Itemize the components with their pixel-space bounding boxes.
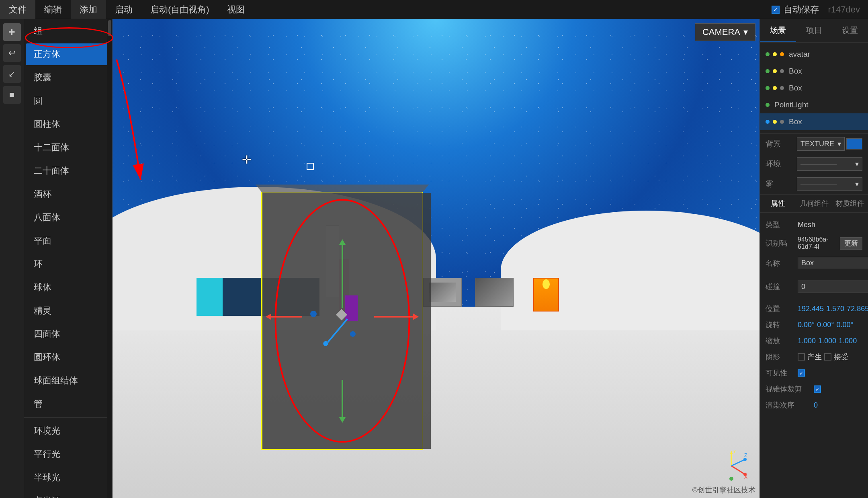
env-row: 环境 ————— ▾ xyxy=(760,154,868,174)
add-object-button[interactable]: + xyxy=(3,23,21,41)
box-right-face xyxy=(422,193,431,449)
visible-row: 可见性 xyxy=(760,365,868,381)
scene-item-avatar[interactable]: avatar xyxy=(760,46,868,63)
attr-tab-properties[interactable]: 属性 xyxy=(760,195,796,212)
shadow-produce-checkbox[interactable] xyxy=(798,353,805,361)
autosave-label: 自动保存 xyxy=(784,4,819,16)
add-dropdown-menu: 组 正方体 胶囊 圆 圆柱体 十二面体 二十面体 酒杯 八面体 平面 环 球体 … xyxy=(24,19,113,498)
scale-coords: 1.000 1.000 1.000 xyxy=(798,337,862,345)
rotation-row: 旋转 0.00° 0.00° 0.00° xyxy=(760,317,868,333)
render-order-label: 渲染次序 xyxy=(766,400,814,410)
avatar-label: avatar xyxy=(789,50,810,59)
menu-item-torus[interactable]: 环 xyxy=(24,252,112,276)
rotation-x: 0.00° xyxy=(798,321,815,329)
x-axis-dot xyxy=(310,311,317,317)
menu-item-octahedron[interactable]: 八面体 xyxy=(24,206,112,229)
collision-input[interactable] xyxy=(798,281,868,293)
menu-start-free[interactable]: 启动(自由视角) xyxy=(141,0,218,19)
menu-item-tube[interactable]: 管 xyxy=(24,392,112,416)
scale-z: 1.000 xyxy=(839,337,857,345)
x-axis-right xyxy=(374,316,414,318)
scroll-indicator[interactable] xyxy=(107,19,112,498)
name-input[interactable] xyxy=(798,257,868,269)
viewport[interactable]: ✛ CAMERA ▾ Y X Z xyxy=(113,19,760,498)
bg-color-swatch[interactable] xyxy=(846,138,862,150)
id-update-btn[interactable]: 更新 xyxy=(840,237,862,250)
resize-handle[interactable] xyxy=(307,163,314,170)
svg-text:Z: Z xyxy=(744,453,747,458)
shadow-produce-label: 产生 xyxy=(807,352,822,362)
menu-view[interactable]: 视图 xyxy=(218,0,254,19)
menu-item-cylinder[interactable]: 圆柱体 xyxy=(24,113,112,136)
menu-start[interactable]: 启动 xyxy=(106,0,141,19)
menu-item-sprite[interactable]: 精灵 xyxy=(24,299,112,322)
scene-item-box1[interactable]: Box xyxy=(760,63,868,80)
env-value: ————— xyxy=(800,160,837,168)
menu-file[interactable]: 文件 xyxy=(0,0,35,19)
autosave-checkbox[interactable]: ✓ xyxy=(772,6,780,14)
menu-item-tetrahedron[interactable]: 四面体 xyxy=(24,322,112,346)
y-axis-down xyxy=(342,380,343,418)
id-row: 识别码 94568b6a-61d7-4l 更新 xyxy=(760,233,868,254)
menu-item-group[interactable]: 组 xyxy=(24,19,112,43)
menu-add[interactable]: 添加 xyxy=(71,0,106,19)
menu-item-hemispherelight[interactable]: 半球光 xyxy=(24,466,112,489)
scene-item-pointlight[interactable]: PointLight xyxy=(760,96,868,113)
shadow-receive-checkbox[interactable] xyxy=(824,353,831,361)
menu-item-dirlight[interactable]: 平行光 xyxy=(24,443,112,466)
scene-item-box2[interactable]: Box xyxy=(760,80,868,96)
fullscreen-button[interactable]: ↙ xyxy=(3,65,21,83)
env-dropdown-icon: ▾ xyxy=(855,160,859,168)
menu-edit[interactable]: 编辑 xyxy=(35,0,71,19)
menu-item-pointlight[interactable]: 点光源 xyxy=(24,489,112,498)
menu-item-sphere[interactable]: 球体 xyxy=(24,276,112,299)
undo-button[interactable]: ↩ xyxy=(3,44,21,62)
bg-label: 背景 xyxy=(766,139,794,149)
svg-text:Y: Y xyxy=(733,450,736,454)
name-label: 名称 xyxy=(766,258,798,268)
rotation-coords: 0.00° 0.00° 0.00° xyxy=(798,321,862,329)
visible-checkbox[interactable] xyxy=(798,369,805,377)
fog-dropdown[interactable]: ————— ▾ xyxy=(797,177,862,191)
scale-label: 缩放 xyxy=(766,336,798,346)
menu-item-ambientlight[interactable]: 环境光 xyxy=(24,419,112,443)
scene-item-box-selected[interactable]: Box xyxy=(760,113,868,130)
tab-settings[interactable]: 设置 xyxy=(832,19,868,42)
x-axis-left xyxy=(270,316,302,318)
scale-y: 1.000 xyxy=(818,337,836,345)
svg-line-3 xyxy=(731,466,744,474)
material-icon: ■ xyxy=(9,90,14,100)
render-order-value: 0 xyxy=(814,401,862,410)
attr-tab-material[interactable]: 材质组件 xyxy=(832,195,868,212)
bg-dropdown[interactable]: TEXTURE ▾ xyxy=(797,137,845,151)
position-z: 72.865 xyxy=(847,305,868,313)
shadow-row: 阴影 产生 接受 xyxy=(760,349,868,365)
frustum-checkbox[interactable] xyxy=(814,385,821,393)
scene-object-candle xyxy=(533,278,559,311)
menu-item-spheregroup[interactable]: 球面组结体 xyxy=(24,369,112,392)
menu-item-circle[interactable]: 圆 xyxy=(24,89,112,113)
fog-label: 雾 xyxy=(766,179,794,189)
menu-item-wineglass[interactable]: 酒杯 xyxy=(24,182,112,206)
tab-scene[interactable]: 场景 xyxy=(760,19,796,42)
name-row: 名称 xyxy=(760,254,868,273)
camera-dropdown-button[interactable]: CAMERA ▾ xyxy=(695,23,755,41)
selected-box-container[interactable] xyxy=(261,192,423,450)
menu-item-donut[interactable]: 圆环体 xyxy=(24,346,112,369)
scale-row: 缩放 1.000 1.000 1.000 xyxy=(760,333,868,349)
menu-item-capsule[interactable]: 胶囊 xyxy=(24,66,112,89)
menu-item-dodecahedron[interactable]: 十二面体 xyxy=(24,136,112,159)
env-dropdown[interactable]: ————— ▾ xyxy=(797,157,862,171)
left-toolbar: + ↩ ↙ ■ xyxy=(0,19,24,498)
svg-text:X: X xyxy=(744,474,747,480)
menu-item-cube[interactable]: 正方体 xyxy=(26,43,111,65)
render-order-row: 渲染次序 0 xyxy=(760,397,868,413)
menu-item-plane[interactable]: 平面 xyxy=(24,229,112,252)
pointlight-label: PointLight xyxy=(774,100,809,109)
type-row: 类型 Mesh xyxy=(760,217,868,233)
material-button[interactable]: ■ xyxy=(3,86,21,104)
menu-item-icosahedron[interactable]: 二十面体 xyxy=(24,159,112,182)
tab-project[interactable]: 项目 xyxy=(796,19,832,42)
attr-tab-geometry[interactable]: 几何组件 xyxy=(796,195,832,212)
viewport-gizmo: Y X Z xyxy=(715,450,747,482)
